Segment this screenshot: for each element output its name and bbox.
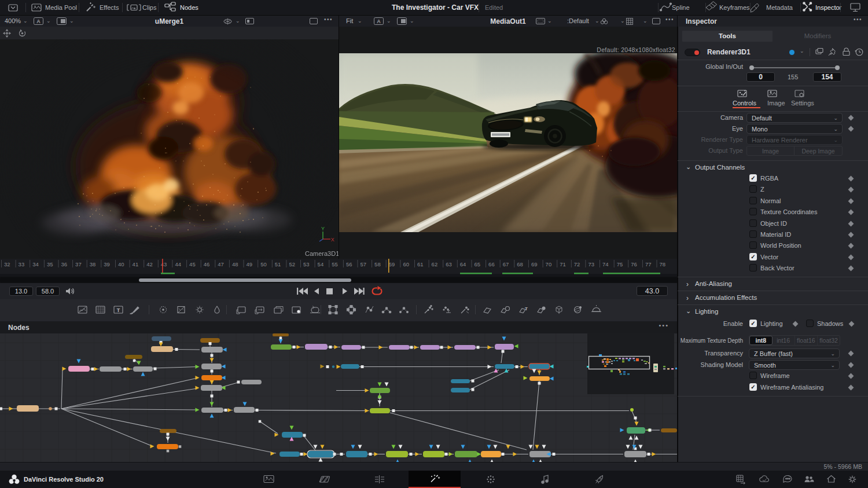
svg-text:65: 65 <box>475 261 481 267</box>
svg-text:35: 35 <box>47 261 53 267</box>
svg-text:70: 70 <box>546 261 552 267</box>
svg-text:74: 74 <box>602 261 609 267</box>
svg-text:Y: Y <box>321 226 325 232</box>
svg-text:33: 33 <box>19 261 25 267</box>
svg-text:38: 38 <box>90 261 96 267</box>
svg-text:68: 68 <box>517 261 523 267</box>
svg-text:72: 72 <box>574 261 580 267</box>
svg-text:53: 53 <box>303 261 310 267</box>
svg-text:36: 36 <box>61 261 68 267</box>
svg-text:78: 78 <box>660 261 666 267</box>
svg-text:32: 32 <box>4 261 10 267</box>
svg-text:54: 54 <box>318 261 324 267</box>
svg-text:41: 41 <box>133 261 139 267</box>
svg-text:73: 73 <box>588 261 594 267</box>
svg-text:61: 61 <box>417 261 424 267</box>
svg-text:63: 63 <box>446 261 452 267</box>
svg-text:T: T <box>525 306 528 311</box>
svg-text:57: 57 <box>361 261 367 267</box>
svg-text:52: 52 <box>289 261 295 267</box>
svg-text:50: 50 <box>260 261 267 267</box>
svg-text:45: 45 <box>189 261 196 267</box>
svg-text:76: 76 <box>631 261 637 267</box>
svg-text:71: 71 <box>560 261 566 267</box>
svg-text:37: 37 <box>75 261 82 267</box>
svg-text:42: 42 <box>146 261 153 267</box>
svg-text:77: 77 <box>645 261 652 267</box>
svg-text:58: 58 <box>374 261 381 267</box>
svg-text:47: 47 <box>218 261 224 267</box>
svg-text:51: 51 <box>275 261 281 267</box>
svg-text:T: T <box>117 307 120 313</box>
svg-text:55: 55 <box>332 261 338 267</box>
svg-text:Camera3D1: Camera3D1 <box>305 250 339 257</box>
svg-text:64: 64 <box>460 261 466 267</box>
svg-text:X: X <box>331 237 334 243</box>
svg-text:34: 34 <box>32 261 39 267</box>
svg-text:40: 40 <box>118 261 124 267</box>
svg-text:69: 69 <box>531 261 538 267</box>
svg-text:56: 56 <box>346 261 352 267</box>
svg-text:60: 60 <box>403 261 409 267</box>
svg-text:39: 39 <box>104 261 110 267</box>
svg-text:59: 59 <box>389 261 395 267</box>
svg-text:49: 49 <box>247 261 253 267</box>
svg-text:67: 67 <box>503 261 509 267</box>
svg-text:44: 44 <box>175 261 181 267</box>
svg-text:66: 66 <box>488 261 495 267</box>
svg-text:48: 48 <box>232 261 238 267</box>
svg-text:75: 75 <box>617 261 623 267</box>
svg-text:43: 43 <box>161 261 167 267</box>
svg-text:46: 46 <box>204 261 210 267</box>
svg-text:62: 62 <box>432 261 438 267</box>
